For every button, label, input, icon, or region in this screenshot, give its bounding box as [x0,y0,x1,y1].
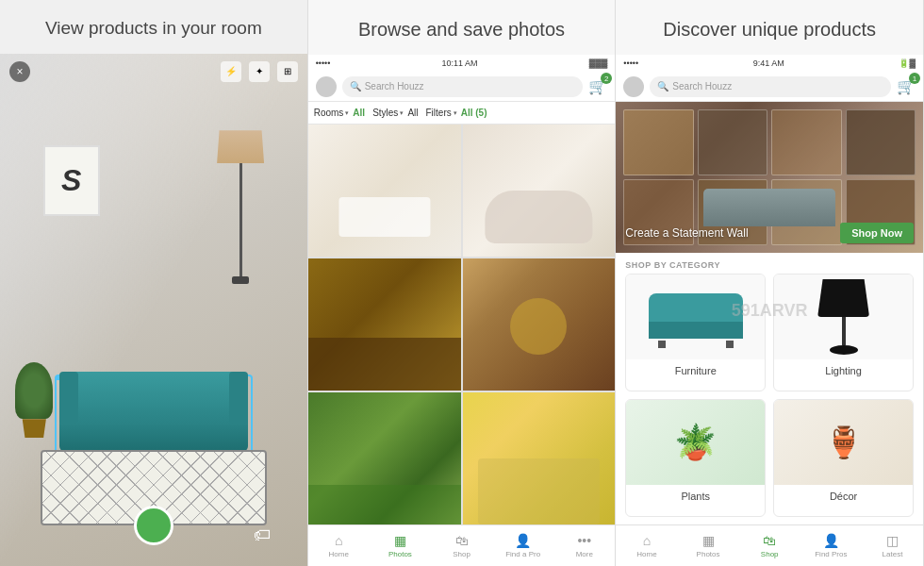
wall-art: S [43,145,100,216]
hero-cta: Create a Statement Wall Shop Now [616,223,923,243]
chevron-down-icon: ▾ [345,109,349,117]
sofa-seat-icon [649,322,743,339]
search-icon-3: 🔍 [657,81,668,92]
tab-photos-3[interactable]: ▦ Photos [677,533,738,558]
ar-close-button[interactable]: × [9,61,30,82]
category-plants[interactable]: 🪴 Plants [625,399,766,517]
battery-icon-3: 🔋▓ [899,58,916,68]
furniture-image [626,275,765,359]
decor-image: 🏺 [774,400,913,485]
bottom-tab-bar-2: ⌂ Home ▦ Photos 🛍 Shop 👤 Find a Pro ••• [308,524,616,566]
home-icon-2: ⌂ [335,533,342,548]
floor-lamp [217,130,264,284]
hero-sofa [703,189,835,226]
shop-now-button[interactable]: Shop Now [840,223,914,243]
tab-home-3[interactable]: ⌂ Home [616,533,677,558]
tab-latest-3[interactable]: ◫ Latest [862,533,923,558]
photo-bathtub[interactable] [463,125,616,257]
status-bar-3: ••••• 9:41 AM 🔋▓ [616,55,923,72]
furniture-label: Furniture [626,359,765,382]
plant-leaves [15,362,53,419]
category-decor[interactable]: 🏺 Décor [773,399,914,517]
category-grid: Furniture Lighting [616,274,923,524]
tab-shop-3[interactable]: 🛍 Shop [739,533,800,558]
tab-shop-label-3: Shop [761,550,779,558]
lamp-shade-icon [817,279,869,317]
photo-exterior[interactable] [308,392,461,524]
lightning-icon[interactable]: ⚡ [221,61,241,82]
decor-icon: 🏺 [825,424,863,460]
tab-photos-2[interactable]: ▦ Photos [370,533,431,558]
sofa-arm-right [229,372,248,424]
filter-rooms-label: Rooms [314,108,344,118]
chevron-down-icon-2: ▾ [400,109,404,117]
photo-living-warm[interactable] [463,258,616,391]
lamp-pole-icon [842,317,846,345]
filter-styles-value: All [407,108,418,118]
category-lighting[interactable]: Lighting [773,274,914,391]
category-furniture[interactable]: Furniture [625,274,766,391]
tab-findpros-3[interactable]: 👤 Find Pros [800,533,862,558]
filter-rooms-value: All [353,108,365,118]
tab-home-label-2: Home [329,550,349,558]
plant-icon: 🪴 [674,423,717,462]
user-avatar-3[interactable] [623,76,644,97]
ar-panel: View products in your room × ⚡ ✦ ⊞ S [0,0,308,566]
cart-badge-2: 2 [601,73,612,84]
star-icon[interactable]: ✦ [249,61,270,82]
lamp-base [232,276,249,284]
shop-icon-3: 🛍 [763,533,776,548]
photos-icon-3: ▦ [702,533,715,548]
battery-icon-2: ▓▓▓ [589,58,608,68]
user-avatar-2[interactable] [316,76,337,97]
tab-more-2[interactable]: ••• More [553,533,615,558]
filter-filters[interactable]: Filters ▾ All (5) [426,108,487,118]
cart-icon-3[interactable]: 🛒 1 [897,77,916,95]
ar-capture-button[interactable] [134,506,173,545]
photo-kitchen-yellow[interactable] [463,392,616,524]
hero-banner: Create a Statement Wall Shop Now [616,102,923,253]
search-bar-3[interactable]: 🔍 Search Houzz [650,76,891,97]
panel1-title: View products in your room [0,0,307,54]
gallery-frame [698,109,767,175]
search-icon-2: 🔍 [350,81,361,92]
signal-dots-3: ••••• [623,58,638,68]
photo-grid [308,125,616,524]
plants-label: Plants [626,485,765,508]
panel2-title: Browse and save photos [308,0,616,55]
chevron-down-icon-3: ▾ [454,109,457,117]
photo-kitchen-dark[interactable] [308,258,461,391]
lamp-shade [217,130,264,163]
status-bar-2: ••••• 10:11 AM ▓▓▓ [308,55,616,72]
tab-shop-2[interactable]: 🛍 Shop [431,533,492,558]
findpros-icon-3: 👤 [823,533,839,548]
photo-bathroom[interactable] [308,125,461,257]
sofa-arms [59,372,248,424]
close-icon: × [16,65,23,78]
decor-label: Décor [774,485,913,508]
search-placeholder-3: Search Houzz [672,81,732,92]
search-bar-2[interactable]: 🔍 Search Houzz [342,76,584,97]
tab-photos-label-2: Photos [388,550,412,558]
lamp-icon [817,279,869,355]
ar-room: × ⚡ ✦ ⊞ S [0,54,307,566]
findpro-icon-2: 👤 [515,533,531,548]
tab-findpro-2[interactable]: 👤 Find a Pro [492,533,553,558]
nav-bar-3: 🔍 Search Houzz 🛒 1 [616,72,923,102]
filter-rooms[interactable]: Rooms ▾ All [314,108,365,118]
phone-screen-3: ••••• 9:41 AM 🔋▓ 🔍 Search Houzz 🛒 1 [616,55,923,566]
tag-icon[interactable]: 🏷 [254,525,271,545]
grid-icon[interactable]: ⊞ [277,61,298,82]
sofa-leg-right-icon [726,341,734,348]
gallery-frame [623,109,693,175]
time-3: 9:41 AM [753,58,784,68]
sofa-seat [59,424,248,452]
lighting-image [774,275,913,359]
tab-home-2[interactable]: ⌂ Home [308,533,370,558]
search-placeholder-2: Search Houzz [365,81,424,92]
browse-content: ••••• 10:11 AM ▓▓▓ 🔍 Search Houzz 🛒 2 [308,55,616,566]
cart-icon-2[interactable]: 🛒 2 [588,77,607,95]
filter-styles[interactable]: Styles ▾ All [372,108,418,118]
sofa-back-icon [649,293,743,322]
lamp-pole [239,163,242,276]
